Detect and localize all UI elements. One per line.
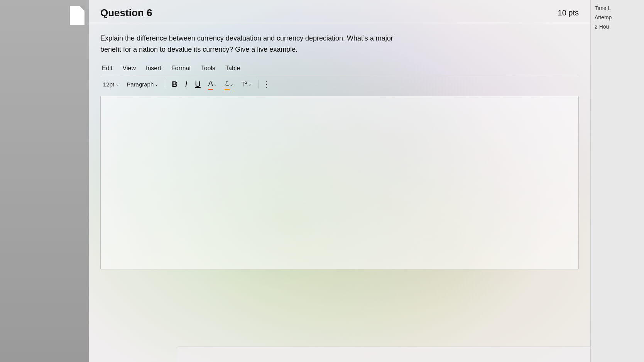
italic-button[interactable]: I bbox=[183, 79, 190, 90]
right-panel: Time L Attemp 2 Hou bbox=[590, 0, 644, 362]
editor-toolbar: Edit View Insert Format Tools Table 12pt… bbox=[89, 61, 590, 93]
superscript-label: T2 bbox=[241, 80, 248, 88]
more-options-button[interactable]: ⋮ bbox=[262, 80, 270, 89]
text-color-label: A bbox=[208, 80, 213, 89]
bold-button[interactable]: B bbox=[169, 79, 180, 90]
menu-tools[interactable]: Tools bbox=[199, 64, 217, 73]
question-text-line1: Explain the difference between currency … bbox=[100, 34, 393, 42]
question-header: Question 6 10 pts bbox=[89, 0, 590, 23]
left-sidebar bbox=[0, 0, 89, 362]
menu-edit[interactable]: Edit bbox=[100, 64, 114, 73]
question-text: Explain the difference between currency … bbox=[89, 23, 459, 61]
menu-bar: Edit View Insert Format Tools Table bbox=[100, 61, 579, 76]
hours-label: 2 Hou bbox=[595, 22, 640, 32]
main-content: Question 6 10 pts Explain the difference… bbox=[89, 0, 590, 362]
text-color-button[interactable]: A ⌄ bbox=[206, 78, 220, 90]
highlight-chevron: ⌄ bbox=[230, 82, 233, 87]
document-icon bbox=[69, 6, 85, 25]
question-points: 10 pts bbox=[558, 8, 579, 17]
menu-format[interactable]: Format bbox=[170, 64, 193, 73]
toolbar-divider-2 bbox=[258, 80, 259, 88]
underline-button[interactable]: U bbox=[192, 79, 203, 90]
menu-view[interactable]: View bbox=[121, 64, 137, 73]
paragraph-style-selector[interactable]: Paragraph ⌄ bbox=[124, 80, 161, 89]
bottom-bar: 0 words </> ↗ ⋮ bbox=[177, 347, 590, 362]
right-panel-content: Time L Attemp 2 Hou bbox=[595, 4, 640, 31]
text-editor-area[interactable] bbox=[100, 96, 579, 269]
superscript-button[interactable]: T2 ⌄ bbox=[238, 79, 255, 90]
question-title: Question 6 bbox=[100, 7, 152, 19]
time-label: Time L bbox=[595, 4, 640, 13]
formatting-bar: 12pt ⌄ Paragraph ⌄ B I U A ⌄ ℒ ⌄ T2 ⌄ bbox=[100, 76, 579, 93]
text-color-chevron: ⌄ bbox=[213, 82, 217, 87]
paragraph-value: Paragraph bbox=[127, 81, 154, 88]
highlight-label: ℒ bbox=[225, 80, 230, 89]
superscript-chevron: ⌄ bbox=[248, 82, 252, 87]
attempt-label: Attemp bbox=[595, 13, 640, 22]
font-size-selector[interactable]: 12pt ⌄ bbox=[100, 80, 122, 89]
menu-table[interactable]: Table bbox=[224, 64, 242, 73]
question-text-line2: benefit for a nation to devalue its curr… bbox=[100, 46, 297, 53]
highlight-button[interactable]: ℒ ⌄ bbox=[222, 78, 236, 90]
font-size-chevron: ⌄ bbox=[115, 82, 119, 87]
paragraph-chevron: ⌄ bbox=[155, 82, 158, 87]
toolbar-divider-1 bbox=[165, 80, 165, 88]
menu-insert[interactable]: Insert bbox=[144, 64, 163, 73]
font-size-value: 12pt bbox=[103, 81, 114, 88]
